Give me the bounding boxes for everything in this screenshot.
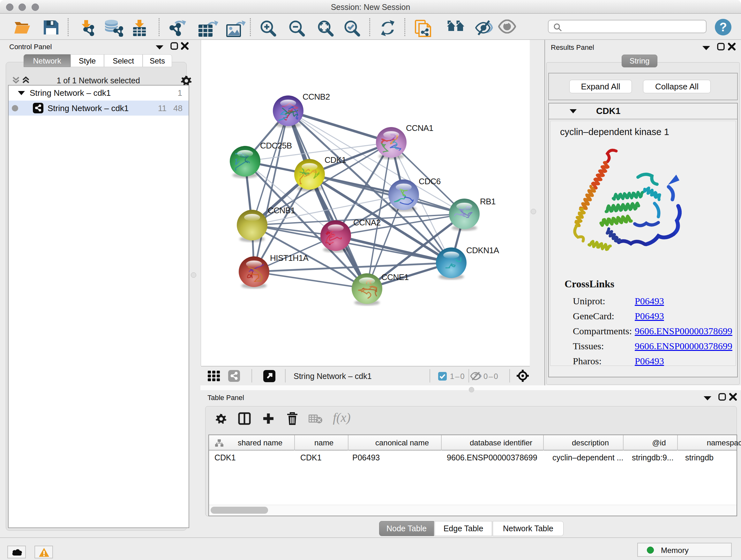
svg-text:CCNB2: CCNB2 [302,92,330,102]
svg-text:RB1: RB1 [480,197,495,206]
svg-text:?: ? [719,20,727,34]
svg-text:CDC6: CDC6 [419,177,441,186]
svg-text:CDKN1A: CDKN1A [466,246,499,255]
svg-text:CDK1: CDK1 [325,155,346,165]
svg-text:CCNE1: CCNE1 [381,272,409,282]
svg-text:CCNA1: CCNA1 [406,123,433,133]
svg-text:CCNB1: CCNB1 [268,206,295,215]
svg-text:CDC25B: CDC25B [260,141,292,150]
svg-text:HIST1H1A: HIST1H1A [270,253,309,263]
svg-text:CCNA2: CCNA2 [353,218,381,227]
